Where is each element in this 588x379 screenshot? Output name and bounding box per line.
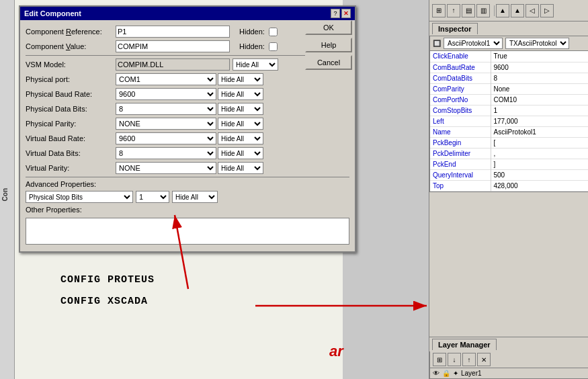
inspector-prop-name: Left <box>430 116 491 126</box>
inspector-prop-name: Name <box>430 126 491 137</box>
dialog-close-btn[interactable]: ✕ <box>341 9 351 18</box>
inspector-prop-value[interactable]: 9600 <box>491 62 588 73</box>
toolbar-btn-8[interactable]: ▷ <box>540 4 554 17</box>
lock-icon: 🔒 <box>442 370 450 377</box>
layer-toolbar-btn-4[interactable]: ✕ <box>477 353 491 366</box>
physical-parity-hide-all[interactable]: Hide All <box>218 118 263 130</box>
advanced-hide-all[interactable]: Hide All <box>172 191 218 203</box>
virtual-parity-hide-all[interactable]: Hide All <box>218 162 263 174</box>
inspector-prop-value[interactable]: COM10 <box>491 94 588 105</box>
physical-baud-row: Physical Baud Rate: 9600 Hide All <box>26 88 349 100</box>
right-panel: ⊞ ↑ ▤ ▥ ▲ ▲ ◁ ▷ Inspector 🔲 AsciiProtoko… <box>429 0 588 379</box>
physical-port-hide-all[interactable]: Hide All <box>218 73 263 85</box>
inspector-prop-value[interactable]: 1 <box>491 105 588 116</box>
layer-toolbar-btn-2[interactable]: ↓ <box>448 353 461 366</box>
physical-baud-wrapper: 9600 Hide All <box>116 88 263 100</box>
virtual-parity-select[interactable]: NONE <box>116 162 216 174</box>
toolbar-btn-5[interactable]: ▲ <box>496 4 509 17</box>
toolbar-btn-6[interactable]: ▲ <box>511 4 524 17</box>
physical-parity-wrapper: NONE Hide All <box>116 118 263 130</box>
dialog-help-btn[interactable]: ? <box>331 9 340 18</box>
component-value-input[interactable] <box>116 40 230 52</box>
virtual-data-select[interactable]: 8 <box>116 147 216 159</box>
inspector-prop-value[interactable]: 500 <box>491 169 588 180</box>
virtual-baud-select[interactable]: 9600 <box>116 132 216 144</box>
inspector-prop-value[interactable]: , <box>491 148 588 159</box>
other-properties-label-row: Other Properties: <box>26 206 349 214</box>
hidden-checkbox-1[interactable] <box>269 28 278 36</box>
inspector-header: 🔲 AsciiProtokol1 TXAsciiProtokol <box>430 36 588 51</box>
inspector-prop-name: PckDelimiter <box>430 148 491 159</box>
component-value-label: Component Value: <box>26 42 113 50</box>
physical-data-wrapper: 8 Hide All <box>116 103 263 115</box>
layer-manager: Layer Manager ⊞ ↓ ↑ ✕ 👁 🔒 ✦ Layer1 <box>429 337 588 379</box>
toolbar-btn-2[interactable]: ↑ <box>447 4 460 17</box>
right-toolbar: ⊞ ↑ ▤ ▥ ▲ ▲ ◁ ▷ <box>429 0 588 22</box>
toolbar-btn-7[interactable]: ◁ <box>526 4 539 17</box>
inspector-prop-value[interactable]: 428,000 <box>491 180 588 191</box>
virtual-data-wrapper: 8 Hide All <box>116 147 263 159</box>
inspector-row: PckEnd ] <box>430 159 588 169</box>
inspector-tab[interactable]: Inspector <box>432 23 478 34</box>
inspector-row: Top 428,000 <box>430 180 588 191</box>
hidden-checkbox-2[interactable] <box>269 42 278 51</box>
inspector-panel: Inspector 🔲 AsciiProtokol1 TXAsciiProtok… <box>429 22 588 192</box>
inspector-dropdown-protocol[interactable]: TXAsciiProtokol <box>505 38 569 49</box>
vsm-model-input <box>116 58 230 71</box>
inspector-prop-value[interactable]: None <box>491 83 588 94</box>
inspector-row: ComParity None <box>430 83 588 94</box>
inspector-prop-value[interactable]: 177,000 <box>491 116 588 126</box>
physical-data-hide-all[interactable]: Hide All <box>218 103 263 115</box>
inspector-prop-value[interactable]: 8 <box>491 73 588 83</box>
virtual-data-label: Virtual Data Bits: <box>26 149 113 157</box>
layer-manager-toolbar: ⊞ ↓ ↑ ✕ <box>429 351 588 368</box>
toolbar-btn-1[interactable]: ⊞ <box>432 4 446 17</box>
vsm-hide-all-select[interactable]: Hide All <box>233 58 278 71</box>
virtual-baud-row: Virtual Baud Rate: 9600 Hide All <box>26 132 349 144</box>
layer-toolbar-btn-3[interactable]: ↑ <box>462 353 476 366</box>
hidden-label-1: Hidden: <box>239 28 265 36</box>
inspector-prop-name: ComBautRate <box>430 62 491 73</box>
layer-name: Layer1 <box>461 370 482 377</box>
toolbar-btn-3[interactable]: ▤ <box>462 4 475 17</box>
physical-data-select[interactable]: 8 <box>116 103 216 115</box>
inspector-prop-value[interactable]: AsciiProtokol1 <box>491 126 588 137</box>
inspector-prop-name: ComDataBits <box>430 73 491 83</box>
ok-button[interactable]: OK <box>305 20 352 35</box>
advanced-value-select[interactable]: 1 <box>136 191 169 203</box>
inspector-prop-name: ComStopBits <box>430 105 491 116</box>
hidden-label-2: Hidden: <box>239 42 265 50</box>
help-button[interactable]: Help <box>305 38 352 52</box>
inspector-prop-name: PckBegin <box>430 137 491 148</box>
physical-port-wrapper: COM1 Hide All <box>116 73 263 85</box>
physical-port-select[interactable]: COM1 <box>116 73 216 85</box>
inspector-prop-value[interactable]: True <box>491 51 588 62</box>
virtual-baud-hide-all[interactable]: Hide All <box>218 132 263 144</box>
physical-baud-label: Physical Baud Rate: <box>26 90 113 98</box>
physical-data-row: Physical Data Bits: 8 Hide All <box>26 103 349 115</box>
config-xscada-text: CONFIG XSCADA <box>60 296 148 307</box>
inspector-row: Name AsciiProtokol1 <box>430 126 588 137</box>
advanced-dropdown[interactable]: Physical Stop Bits <box>26 191 133 203</box>
dialog-title-bar: Edit Component ? ✕ <box>20 7 355 20</box>
component-reference-input[interactable] <box>116 26 230 38</box>
inspector-prop-value[interactable]: ] <box>491 159 588 169</box>
inspector-dropdown-component[interactable]: AsciiProtokol1 <box>444 38 503 49</box>
inspector-prop-value[interactable]: [ <box>491 137 588 148</box>
component-reference-row: Component Reference: Hidden: <box>26 26 349 38</box>
cancel-button[interactable]: Cancel <box>305 55 352 70</box>
physical-baud-hide-all[interactable]: Hide All <box>218 88 263 100</box>
toolbar-btn-4[interactable]: ▥ <box>476 4 490 17</box>
sidebar-label: Con <box>1 188 9 201</box>
inspector-row: PckBegin [ <box>430 137 588 148</box>
left-sidebar: Con <box>0 0 15 379</box>
virtual-data-hide-all[interactable]: Hide All <box>218 147 263 159</box>
layer-toolbar-btn-1[interactable]: ⊞ <box>433 353 446 366</box>
physical-data-label: Physical Data Bits: <box>26 105 113 113</box>
virtual-parity-wrapper: NONE Hide All <box>116 162 263 174</box>
physical-parity-select[interactable]: NONE <box>116 118 216 130</box>
dialog-body: OK Help Cancel Component Reference: Hidd… <box>20 20 355 251</box>
physical-baud-select[interactable]: 9600 <box>116 88 216 100</box>
layer-manager-tab[interactable]: Layer Manager <box>432 339 497 350</box>
other-properties-textarea[interactable] <box>26 218 349 245</box>
